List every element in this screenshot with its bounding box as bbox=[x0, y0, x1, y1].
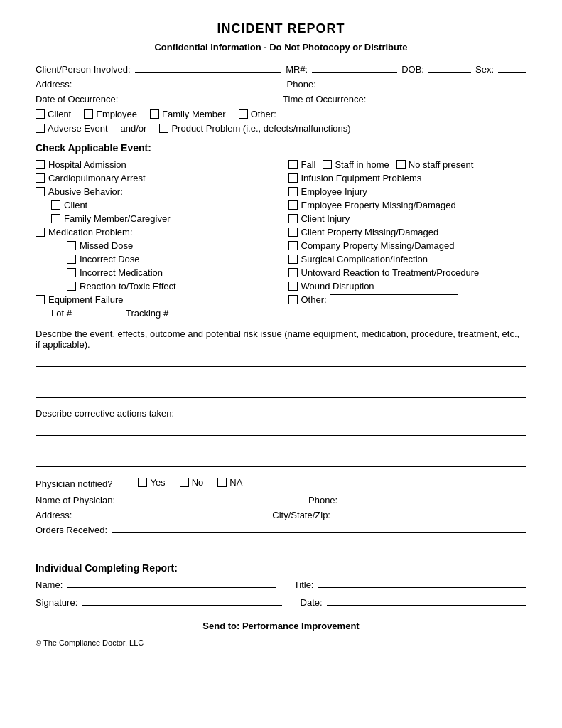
checkbox-employee[interactable]: Employee bbox=[84, 109, 137, 119]
event-hospital[interactable]: Hospital Admission bbox=[36, 159, 274, 170]
event-medication[interactable]: Medication Problem: bbox=[36, 227, 274, 237]
event-missed-dose-box bbox=[67, 241, 76, 250]
event-wound-box bbox=[288, 282, 298, 291]
event-abusive-client-label: Client bbox=[64, 200, 87, 210]
event-medication-box bbox=[36, 228, 45, 237]
corrective-label: Describe corrective actions taken: bbox=[36, 408, 526, 419]
event-surgical[interactable]: Surgical Complication/Infection bbox=[288, 254, 527, 264]
event-wound[interactable]: Wound Disruption bbox=[288, 281, 527, 291]
individual-title: Individual Completing Report: bbox=[36, 562, 526, 574]
checkbox-client[interactable]: Client bbox=[36, 109, 71, 119]
address-label: Address: bbox=[36, 79, 72, 90]
checkbox-adverse[interactable]: Adverse Event bbox=[36, 123, 108, 134]
event-incorrect-med[interactable]: Incorrect Medication bbox=[67, 267, 274, 278]
client-person-row: Client/Person Involved: MR#: DOB: Sex: bbox=[36, 64, 526, 75]
client-person-label: Client/Person Involved: bbox=[36, 64, 131, 75]
date-label: Date: bbox=[301, 597, 323, 608]
event-client-injury-box bbox=[288, 214, 298, 223]
physician-no[interactable]: No bbox=[180, 477, 204, 488]
event-surgical-box bbox=[288, 255, 298, 264]
event-employee-injury[interactable]: Employee Injury bbox=[288, 186, 527, 197]
sex-label: Sex: bbox=[475, 64, 494, 75]
event-reaction[interactable]: Reaction to/Toxic Effect bbox=[67, 281, 274, 291]
event-infusion-label: Infusion Equipment Problems bbox=[301, 173, 422, 183]
event-abusive-client-box bbox=[51, 200, 60, 210]
event-incorrect-dose[interactable]: Incorrect Dose bbox=[67, 254, 274, 264]
checkbox-client-box bbox=[36, 109, 45, 119]
physician-no-box bbox=[180, 478, 189, 487]
event-client-property[interactable]: Client Property Missing/Damaged bbox=[288, 227, 527, 237]
event-company-property-label: Company Property Missing/Damaged bbox=[301, 240, 455, 251]
event-emp-property[interactable]: Employee Property Missing/Damaged bbox=[288, 200, 527, 210]
event-untoward-box bbox=[288, 268, 298, 277]
event-wound-label: Wound Disruption bbox=[301, 281, 374, 291]
event-fall[interactable]: Fall bbox=[288, 159, 316, 170]
checkbox-product[interactable]: Product Problem (i.e., defects/malfuncti… bbox=[159, 123, 350, 134]
event-abusive[interactable]: Abusive Behavior: bbox=[36, 186, 274, 197]
right-events-col: Fall Staff in home No staff present Infu… bbox=[288, 159, 527, 318]
event-company-property-box bbox=[288, 241, 298, 250]
corrective-lines bbox=[36, 423, 526, 467]
orders-line bbox=[36, 540, 526, 552]
adverse-row: Adverse Event and/or Product Problem (i.… bbox=[36, 123, 526, 134]
date-occurrence-label: Date of Occurrence: bbox=[36, 94, 118, 105]
event-other[interactable]: Other: bbox=[288, 294, 527, 305]
signature-date-row: Signature: Date: bbox=[36, 597, 526, 608]
physician-notified-label: Physician notified? bbox=[36, 478, 112, 489]
orders-received-label: Orders Received: bbox=[36, 525, 107, 535]
event-family-caregiver[interactable]: Family Member/Caregiver bbox=[51, 213, 274, 224]
tracking-label: Tracking # bbox=[126, 308, 168, 318]
checkbox-other-box bbox=[239, 109, 248, 119]
event-other-label: Other: bbox=[301, 294, 327, 305]
and-or-label: and/or bbox=[121, 123, 147, 134]
event-staff-home-box bbox=[323, 160, 332, 169]
events-columns: Hospital Admission Cardiopulmonary Arres… bbox=[36, 159, 526, 318]
physician-na-box bbox=[217, 478, 227, 487]
copyright: © The Compliance Doctor, LLC bbox=[36, 638, 526, 647]
event-no-staff-label: No staff present bbox=[409, 159, 474, 170]
physician-yes[interactable]: Yes bbox=[138, 477, 165, 488]
signature-label: Signature: bbox=[36, 597, 77, 608]
event-staff-home-label: Staff in home bbox=[335, 159, 389, 170]
event-client-injury[interactable]: Client Injury bbox=[288, 213, 527, 224]
dob-label: DOB: bbox=[401, 64, 424, 75]
describe-label: Describe the event, effects, outcome and… bbox=[36, 328, 526, 350]
left-events-col: Hospital Admission Cardiopulmonary Arres… bbox=[36, 159, 274, 318]
event-no-staff[interactable]: No staff present bbox=[396, 159, 474, 170]
event-untoward[interactable]: Untoward Reaction to Treatment/Procedure bbox=[288, 267, 527, 278]
event-employee-injury-label: Employee Injury bbox=[301, 186, 367, 197]
checkbox-adverse-box bbox=[36, 124, 45, 133]
event-equipment[interactable]: Equipment Failure bbox=[36, 294, 274, 305]
event-abusive-box bbox=[36, 187, 45, 196]
event-staff-home[interactable]: Staff in home bbox=[323, 159, 389, 170]
event-incorrect-med-label: Incorrect Medication bbox=[80, 267, 163, 278]
event-client-property-label: Client Property Missing/Damaged bbox=[301, 227, 439, 237]
phone-label: Phone: bbox=[287, 79, 316, 90]
check-applicable-title: Check Applicable Event: bbox=[36, 142, 526, 154]
event-missed-dose[interactable]: Missed Dose bbox=[67, 240, 274, 251]
checkbox-other[interactable]: Other: bbox=[239, 109, 393, 119]
physician-yes-label: Yes bbox=[150, 477, 165, 488]
mr-label: MR#: bbox=[286, 64, 308, 75]
event-client-injury-label: Client Injury bbox=[301, 213, 350, 224]
event-emp-property-label: Employee Property Missing/Damaged bbox=[301, 200, 456, 210]
subtitle: Confidential Information - Do Not Photoc… bbox=[36, 42, 526, 53]
physician-no-label: No bbox=[192, 477, 204, 488]
checkbox-client-label: Client bbox=[48, 109, 71, 119]
type-row: Client Employee Family Member Other: bbox=[36, 109, 526, 119]
event-cardio-label: Cardiopulmonary Arrest bbox=[48, 173, 146, 183]
corrective-line-3 bbox=[36, 454, 526, 467]
physician-na[interactable]: NA bbox=[217, 477, 242, 488]
event-incorrect-med-box bbox=[67, 268, 76, 277]
checkbox-other-label: Other: bbox=[251, 109, 276, 119]
event-other-box bbox=[288, 295, 298, 304]
corrective-line-1 bbox=[36, 423, 526, 436]
checkbox-family[interactable]: Family Member bbox=[150, 109, 226, 119]
event-abusive-client[interactable]: Client bbox=[51, 200, 274, 210]
describe-line-3 bbox=[36, 385, 526, 398]
event-cardio-box bbox=[36, 173, 45, 183]
event-fall-box bbox=[288, 160, 298, 169]
event-cardio[interactable]: Cardiopulmonary Arrest bbox=[36, 173, 274, 183]
event-company-property[interactable]: Company Property Missing/Damaged bbox=[288, 240, 527, 251]
event-infusion[interactable]: Infusion Equipment Problems bbox=[288, 173, 527, 183]
